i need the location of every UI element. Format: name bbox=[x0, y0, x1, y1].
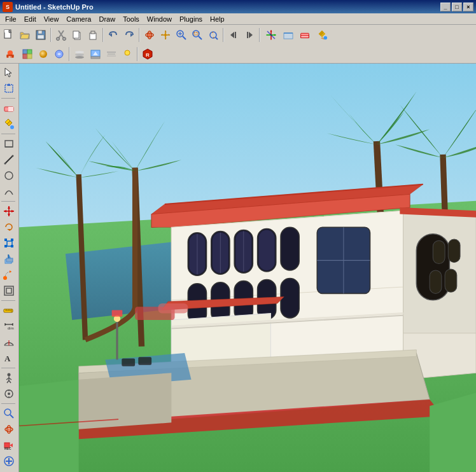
pan-button[interactable] bbox=[158, 27, 173, 43]
rectangle-tool[interactable] bbox=[1, 136, 17, 151]
menu-draw[interactable]: Draw bbox=[95, 13, 119, 25]
record-tool[interactable]: REC bbox=[1, 438, 17, 453]
svg-point-59 bbox=[75, 56, 84, 59]
svg-point-128 bbox=[4, 409, 11, 415]
styles-button[interactable] bbox=[52, 46, 67, 62]
svg-point-82 bbox=[12, 155, 14, 157]
open-button[interactable] bbox=[17, 27, 32, 43]
walk-tool[interactable] bbox=[1, 370, 17, 385]
sep4 bbox=[223, 28, 224, 42]
svg-rect-103 bbox=[6, 288, 11, 293]
close-btn[interactable]: × bbox=[463, 3, 473, 11]
scenes-button[interactable] bbox=[88, 46, 103, 62]
zoom-lt-tool[interactable] bbox=[1, 406, 17, 421]
svg-rect-191 bbox=[122, 358, 135, 366]
rotate-tool[interactable] bbox=[1, 219, 17, 235]
circle-tool[interactable] bbox=[1, 168, 17, 183]
eraser-tool[interactable] bbox=[1, 101, 17, 116]
svg-rect-164 bbox=[281, 227, 299, 270]
minimize-btn[interactable]: _ bbox=[440, 3, 451, 11]
axes-button[interactable] bbox=[262, 26, 280, 44]
move-tool[interactable] bbox=[1, 204, 17, 219]
new-button[interactable] bbox=[1, 27, 17, 43]
svg-point-132 bbox=[8, 429, 10, 431]
select-tool[interactable] bbox=[1, 65, 17, 80]
svg-rect-45 bbox=[284, 33, 293, 39]
title-bar: S Untitled - SketchUp Pro _ □ × bbox=[0, 0, 476, 13]
menu-tools[interactable]: Tools bbox=[119, 13, 143, 25]
layers-button[interactable] bbox=[72, 46, 87, 62]
menu-help[interactable]: Help bbox=[206, 13, 228, 25]
svg-point-7 bbox=[57, 38, 60, 41]
svg-rect-12 bbox=[91, 31, 95, 34]
materials-button[interactable] bbox=[36, 46, 51, 62]
protractor-tool[interactable] bbox=[1, 335, 17, 350]
make-component-tool[interactable] bbox=[1, 81, 17, 96]
svg-text:REC: REC bbox=[4, 447, 11, 450]
viewport[interactable] bbox=[19, 64, 476, 472]
menu-view[interactable]: View bbox=[40, 13, 63, 25]
menu-window[interactable]: Window bbox=[143, 13, 176, 25]
maximize-btn[interactable]: □ bbox=[452, 3, 462, 11]
paste-button[interactable] bbox=[85, 27, 101, 43]
text-tool[interactable]: A bbox=[1, 351, 17, 366]
zoom-extents-button[interactable] bbox=[206, 27, 221, 43]
zoom-button[interactable] bbox=[174, 27, 189, 43]
dimension-tool[interactable]: dim bbox=[1, 319, 17, 334]
fog-button[interactable] bbox=[104, 46, 119, 62]
tape-measure-tool[interactable] bbox=[1, 303, 17, 318]
svg-rect-55 bbox=[23, 54, 27, 59]
undo-button[interactable] bbox=[106, 27, 121, 43]
window-title: Untitled - SketchUp Pro bbox=[15, 3, 94, 11]
orbit-lt-tool[interactable] bbox=[1, 422, 17, 437]
menu-plugins[interactable]: Plugins bbox=[176, 13, 206, 25]
shadows-button[interactable] bbox=[120, 46, 135, 62]
svg-line-123 bbox=[9, 380, 11, 383]
lt-sep6 bbox=[1, 403, 15, 404]
lt-sep2 bbox=[1, 134, 15, 134]
zoom-window-button[interactable] bbox=[190, 27, 205, 43]
svg-line-30 bbox=[199, 36, 202, 39]
lt-sep1 bbox=[1, 98, 15, 99]
paint-tb-button[interactable] bbox=[314, 27, 330, 43]
cut-button[interactable] bbox=[53, 27, 69, 43]
redo-button[interactable] bbox=[122, 27, 137, 43]
save-button[interactable] bbox=[33, 27, 48, 43]
get-models-button[interactable]: 3D bbox=[1, 46, 19, 62]
next-view-button[interactable] bbox=[242, 27, 257, 43]
section-plane-button[interactable] bbox=[281, 27, 296, 43]
prev-view-button[interactable] bbox=[226, 27, 241, 43]
orbit-button[interactable] bbox=[142, 27, 157, 43]
look-around-tool[interactable] bbox=[1, 386, 17, 401]
follow-me-tool[interactable] bbox=[1, 267, 17, 282]
svg-rect-169 bbox=[281, 278, 299, 317]
line-tool[interactable] bbox=[1, 152, 17, 167]
arc-tool[interactable] bbox=[1, 184, 17, 199]
eraser-tb-button[interactable] bbox=[297, 27, 313, 43]
svg-marker-101 bbox=[10, 270, 11, 273]
paint-bucket-tool[interactable] bbox=[1, 116, 17, 132]
svg-marker-112 bbox=[5, 324, 6, 325]
lt-sep4 bbox=[1, 300, 15, 301]
svg-point-125 bbox=[8, 392, 10, 395]
menu-edit[interactable]: Edit bbox=[20, 13, 40, 25]
push-pull-tool[interactable] bbox=[1, 251, 17, 267]
offset-tool[interactable] bbox=[1, 283, 17, 298]
components-button[interactable] bbox=[20, 46, 35, 62]
lt-sep3 bbox=[1, 201, 15, 202]
svg-line-129 bbox=[10, 415, 13, 418]
copy-button[interactable] bbox=[69, 27, 85, 43]
add-scene-tool[interactable] bbox=[1, 454, 17, 469]
menu-file[interactable]: File bbox=[1, 13, 20, 25]
menu-camera[interactable]: Camera bbox=[62, 13, 95, 25]
svg-rect-97 bbox=[6, 258, 13, 262]
svg-text:R: R bbox=[146, 52, 150, 58]
scale-tool[interactable] bbox=[1, 235, 17, 251]
svg-rect-93 bbox=[11, 239, 13, 241]
svg-marker-72 bbox=[5, 68, 11, 77]
svg-rect-175 bbox=[433, 240, 445, 263]
svg-line-80 bbox=[5, 156, 13, 163]
ruby-console-button[interactable]: R bbox=[140, 46, 155, 62]
svg-point-8 bbox=[63, 38, 66, 41]
svg-rect-192 bbox=[138, 357, 151, 364]
